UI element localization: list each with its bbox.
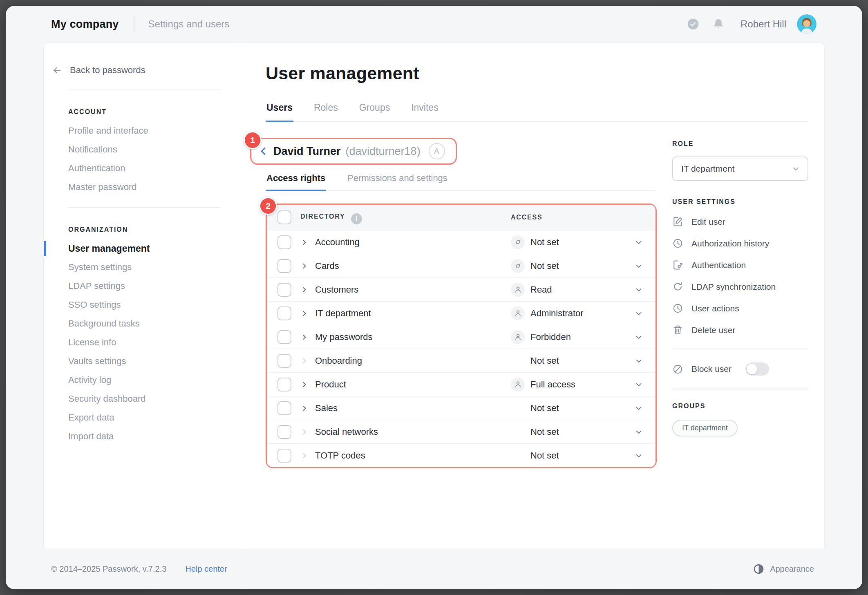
chevron-right-icon[interactable] [300,357,309,365]
sidebar-item[interactable]: Vaults settings [44,352,241,371]
directory-name: Customers [315,284,511,295]
sync-icon [672,281,683,292]
sidebar-item[interactable]: LDAP settings [44,277,241,295]
appearance-toggle[interactable]: Appearance [753,564,814,575]
bell-icon[interactable] [712,18,725,31]
chevron-down-icon[interactable] [634,309,643,318]
tab[interactable]: Roles [313,102,339,122]
row-checkbox[interactable] [277,330,291,344]
sidebar-item[interactable]: User management [44,239,241,258]
chevron-left-icon[interactable] [258,145,269,157]
tab[interactable]: Groups [358,102,391,122]
tab[interactable]: Invites [410,102,439,122]
topbar-section-label: Settings and users [148,18,230,30]
sidebar-item-label: Security dashboard [68,394,146,404]
back-to-passwords-link[interactable]: Back to passwords [44,62,241,79]
access-level: Not set [530,427,559,437]
sidebar-item[interactable]: Export data [44,408,241,427]
sidebar-item[interactable]: Authentication [44,159,241,178]
ldap-synchronization-action[interactable]: LDAP synchronization [672,281,808,292]
chevron-right-icon[interactable] [300,452,309,460]
access-type-icon [511,306,525,320]
avatar[interactable] [797,14,817,34]
sidebar-item[interactable]: Import data [44,427,241,446]
sidebar-item[interactable]: Notifications [44,140,241,159]
chevron-down-icon[interactable] [634,427,643,436]
user-login: (davidturner18) [346,145,421,158]
access-table-annotated-box: 2 DIRECTORYi ACCESS [266,204,657,468]
sidebar-organization-nav: User management System settings LDAP set… [44,239,241,446]
sidebar-item-label: LDAP settings [68,281,125,291]
delete-user-action[interactable]: Delete user [672,324,808,336]
role-value: IT department [681,164,734,174]
row-checkbox[interactable] [277,235,291,249]
role-select[interactable]: IT department [672,157,808,181]
row-checkbox[interactable] [277,449,291,463]
check-circle-icon[interactable] [687,18,700,31]
tab[interactable]: Users [266,102,293,122]
action-label: Authentication [691,260,746,270]
company-name: My company [51,18,119,31]
user-actions-action[interactable]: User actions [672,303,808,314]
sidebar-item[interactable]: System settings [44,258,241,277]
user-full-name: David Turner [273,145,341,158]
chevron-right-icon[interactable] [300,262,309,270]
chevron-right-icon[interactable] [300,238,309,246]
user-detail-column: 1 David Turner (davidturner18) A Access … [266,138,657,468]
chevron-right-icon[interactable] [300,333,309,341]
sidebar-heading-organization: ORGANIZATION [68,226,241,233]
row-checkbox[interactable] [277,259,291,273]
info-icon[interactable]: i [351,213,362,224]
clock-icon [672,238,683,249]
sidebar-item[interactable]: Profile and interface [44,121,241,140]
row-checkbox[interactable] [277,401,291,415]
select-all-checkbox[interactable] [277,210,291,224]
chevron-right-icon[interactable] [300,404,309,412]
access-table: DIRECTORYi ACCESS [267,205,655,467]
authorization-history-action[interactable]: Authorization history [672,238,808,249]
chevron-right-icon[interactable] [300,309,309,318]
chevron-down-icon[interactable] [634,404,643,413]
edit-user-action[interactable]: Edit user [672,216,808,227]
content-row: 1 David Turner (davidturner18) A Access … [266,138,807,468]
subtab[interactable]: Access rights [266,173,326,191]
sidebar-item[interactable]: SSO settings [44,295,241,314]
chevron-down-icon[interactable] [634,356,643,365]
row-checkbox[interactable] [277,378,291,391]
row-checkbox[interactable] [277,283,291,297]
chevron-right-icon[interactable] [300,380,309,389]
sidebar-item-label: Activity log [68,375,111,385]
settings-sidebar: Back to passwords ACCOUNT Profile and in… [44,43,241,548]
sidebar-divider [68,207,220,208]
sidebar-item[interactable]: Background tasks [44,314,241,333]
person-icon [514,285,522,294]
column-header-directory: DIRECTORY [300,213,345,220]
chevron-right-icon[interactable] [300,428,309,436]
chevron-down-icon[interactable] [634,451,643,460]
topbar: My company Settings and users Robert Hil… [6,6,862,42]
sidebar-item[interactable]: Master password [44,178,241,197]
panel-divider [672,389,808,389]
action-label: LDAP synchronization [691,282,776,292]
group-chip[interactable]: IT department [672,420,738,436]
sidebar-item[interactable]: Activity log [44,371,241,389]
chevron-down-icon[interactable] [634,285,643,294]
sidebar-item[interactable]: Security dashboard [44,389,241,408]
block-user-toggle[interactable] [745,362,769,376]
row-checkbox[interactable] [277,306,291,320]
chevron-right-icon[interactable] [300,286,309,294]
authentication-action[interactable]: Authentication [672,259,808,271]
chevron-down-icon[interactable] [634,333,643,342]
chevron-down-icon[interactable] [634,238,643,247]
sidebar-item-label: Notifications [68,144,117,154]
directory-name: Social networks [315,427,511,437]
footer: © 2014–2025 Passwork, v.7.2.3 Help cente… [6,548,862,589]
sidebar-item[interactable]: License info [44,333,241,352]
chevron-down-icon[interactable] [634,380,643,389]
chevron-down-icon[interactable] [634,262,643,271]
action-label: Authorization history [691,239,769,248]
subtab[interactable]: Permissions and settings [347,173,448,191]
help-center-link[interactable]: Help center [185,564,227,574]
row-checkbox[interactable] [277,354,291,368]
row-checkbox[interactable] [277,425,291,439]
